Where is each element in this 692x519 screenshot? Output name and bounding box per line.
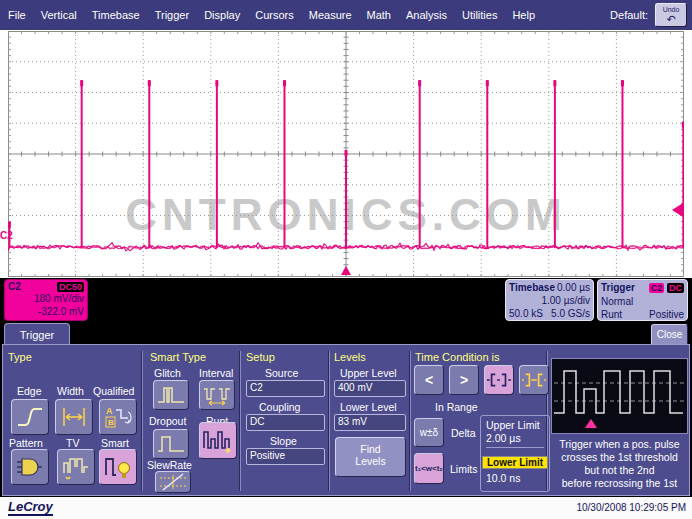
time-condition-label: Time Condition is <box>415 351 500 363</box>
trigger-source-badge: C2 <box>649 283 665 293</box>
trigger-coupling-badge: DC <box>667 283 684 293</box>
channel-c2-descriptor[interactable]: C2 DC50 180 mV/div -322.0 mV <box>4 279 88 321</box>
delta-button[interactable]: w±δ <box>414 418 444 447</box>
less-than-button[interactable]: < <box>414 365 444 395</box>
in-range-label: In Range <box>435 401 478 413</box>
separator <box>409 351 411 491</box>
menu-item-vertical[interactable]: Vertical <box>41 9 77 21</box>
undo-label: Undo <box>663 6 680 13</box>
menu-item-cursors[interactable]: Cursors <box>255 9 294 21</box>
channel-name: C2 <box>8 281 21 292</box>
trigger-preview <box>551 358 688 434</box>
trigger-mode: Normal <box>601 295 633 308</box>
interval-label: Interval <box>199 367 233 379</box>
tv-icon <box>61 453 91 481</box>
out-of-range-button[interactable] <box>519 365 549 395</box>
qualified-button[interactable]: A B <box>99 399 137 435</box>
tv-button[interactable] <box>57 449 95 485</box>
undo-button[interactable]: Undo ↶ <box>655 3 687 27</box>
type-section-label: Type <box>8 351 32 363</box>
coupling-field[interactable]: DC <box>246 414 325 431</box>
glitch-button[interactable] <box>153 380 189 410</box>
upper-limit-label: Upper Limit <box>486 419 554 431</box>
menu-item-utilities[interactable]: Utilities <box>462 9 497 21</box>
default-label[interactable]: Default: <box>610 0 648 30</box>
description-line: before recrossing the 1st <box>549 477 690 490</box>
slewrate-button[interactable] <box>155 471 191 493</box>
width-label: Width <box>57 385 84 397</box>
width-icon <box>59 403 89 431</box>
tv-label: TV <box>66 437 79 449</box>
menu-items: FileVerticalTimebaseTriggerDisplayCursor… <box>8 0 535 30</box>
upper-level-label: Upper Level <box>340 367 397 379</box>
smart-type-section-label: Smart Type <box>150 351 206 363</box>
slope-field[interactable]: Positive <box>246 448 325 465</box>
interval-icon <box>202 383 232 407</box>
slope-label: Slope <box>270 435 297 447</box>
limits-button[interactable]: t₁<w<t₂ <box>414 453 444 484</box>
timebase-descriptor[interactable]: Timebase 0.00 µs 1.00 µs/div 50.0 kS 5.0… <box>505 279 594 321</box>
close-button[interactable]: Close <box>651 324 688 345</box>
runt-button[interactable] <box>199 422 237 459</box>
upper-limit-value[interactable]: 2.00 µs <box>486 432 544 448</box>
lower-level-field[interactable]: 83 mV <box>334 414 406 431</box>
source-field[interactable]: C2 <box>246 380 325 397</box>
edge-icon <box>15 403 45 431</box>
waveform-display: CNTRONICS.COM C2 <box>0 30 692 278</box>
delta-label: Delta <box>451 427 476 439</box>
undo-icon: ↶ <box>656 14 686 24</box>
tab-trigger[interactable]: Trigger <box>4 323 70 346</box>
in-range-icon <box>486 367 512 393</box>
dropout-label: Dropout <box>149 415 186 427</box>
channel-scale: 180 mV/div <box>8 292 84 305</box>
menu-item-timebase[interactable]: Timebase <box>92 9 140 21</box>
trigger-label: Trigger <box>601 281 635 295</box>
dropout-button[interactable] <box>153 429 189 459</box>
trigger-level-marker <box>672 203 683 217</box>
smart-button[interactable] <box>99 449 137 485</box>
interval-button[interactable] <box>199 380 235 410</box>
coupling-label: Coupling <box>259 401 300 413</box>
menu-item-math[interactable]: Math <box>367 9 391 21</box>
timebase-samples: 50.0 kS <box>509 307 543 320</box>
in-range-button[interactable] <box>484 365 514 395</box>
edge-button[interactable] <box>11 399 49 435</box>
pattern-button[interactable] <box>11 449 49 485</box>
source-label: Source <box>265 367 298 379</box>
menu-item-trigger[interactable]: Trigger <box>155 9 189 21</box>
lower-level-label: Lower Level <box>340 401 397 413</box>
menu-bar: FileVerticalTimebaseTriggerDisplayCursor… <box>0 0 692 30</box>
find-levels-button[interactable]: Find Levels <box>335 437 406 477</box>
pattern-icon <box>15 453 45 481</box>
description-line: but not the 2nd <box>549 464 690 477</box>
trigger-type: Runt <box>601 308 622 321</box>
separator <box>141 351 143 491</box>
trigger-slope: Positive <box>649 308 684 321</box>
menu-item-display[interactable]: Display <box>204 9 240 21</box>
find-levels-line2: Levels <box>336 455 405 467</box>
separator <box>239 351 241 491</box>
timebase-delay: 0.00 µs <box>557 281 590 294</box>
lower-limit-value[interactable]: 10.0 ns <box>486 472 554 484</box>
menu-item-help[interactable]: Help <box>512 9 535 21</box>
menu-item-file[interactable]: File <box>8 9 26 21</box>
find-levels-line1: Find <box>336 443 405 455</box>
timebase-scale: 1.00 µs/div <box>541 294 590 307</box>
description-line: Trigger when a pos. pulse <box>549 438 690 451</box>
qualified-icon: A B <box>103 403 133 431</box>
oscilloscope-screen: FileVerticalTimebaseTriggerDisplayCursor… <box>0 0 692 519</box>
qualified-label: Qualified <box>93 385 134 397</box>
descriptor-row: C2 DC50 180 mV/div -322.0 mV Timebase 0.… <box>0 278 692 323</box>
limits-label: Limits <box>450 463 477 475</box>
preview-trigger-marker <box>585 419 597 428</box>
menu-item-measure[interactable]: Measure <box>309 9 352 21</box>
description-line: crosses the 1st threshold <box>549 451 690 464</box>
menu-item-analysis[interactable]: Analysis <box>406 9 447 21</box>
upper-level-field[interactable]: 400 mV <box>334 380 406 397</box>
lower-limit-label[interactable]: Lower Limit <box>482 456 548 469</box>
greater-than-button[interactable]: > <box>449 365 479 395</box>
slewrate-label: SlewRate <box>147 459 192 471</box>
smart-icon <box>103 453 133 481</box>
width-button[interactable] <box>55 399 93 435</box>
trigger-descriptor[interactable]: Trigger C2 DC Normal Runt Positive <box>597 279 688 321</box>
